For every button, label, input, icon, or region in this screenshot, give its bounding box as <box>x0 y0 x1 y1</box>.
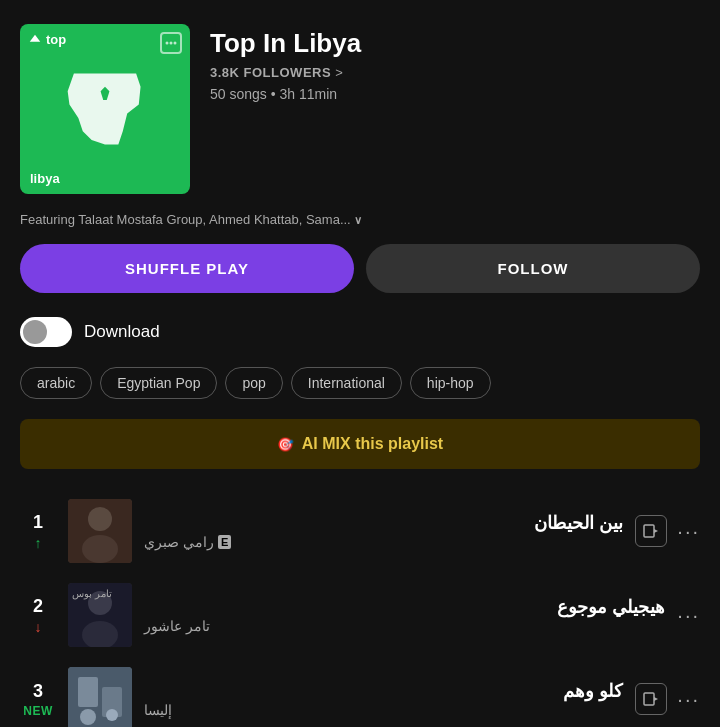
more-chevron: ∨ <box>354 214 362 226</box>
track-thumbnail <box>68 499 132 563</box>
track-artist: إليسا <box>144 702 623 718</box>
svg-point-3 <box>174 42 177 45</box>
svg-marker-0 <box>30 34 41 41</box>
track-number-col: 1 ↑ <box>20 512 56 551</box>
track-number-col: 2 ↓ <box>20 596 56 635</box>
tag-international[interactable]: International <box>291 367 402 399</box>
ai-mix-label: AI MIX this playlist <box>302 435 443 453</box>
svg-rect-7 <box>644 525 654 537</box>
svg-point-5 <box>88 507 112 531</box>
track-thumbnail <box>68 667 132 727</box>
settings-icon[interactable] <box>160 32 182 54</box>
top-arrow-icon <box>28 33 42 47</box>
tag-pop[interactable]: pop <box>225 367 282 399</box>
track-thumbnail: تامر بوس <box>68 583 132 647</box>
ai-emoji-icon: 🎯 <box>277 437 294 452</box>
tag-arabic[interactable]: arabic <box>20 367 92 399</box>
track-actions: ··· <box>635 683 700 715</box>
featuring-names: Featuring Talaat Mostafa Group, Ahmed Kh… <box>20 212 351 227</box>
playlist-info: Top In Libya 3.8K FOLLOWERS > 50 songs •… <box>210 24 700 102</box>
video-icon[interactable] <box>635 515 667 547</box>
track-trend-down-icon: ↓ <box>35 619 42 635</box>
country-label: libya <box>30 171 60 186</box>
track-trend-new-icon: NEW <box>23 704 53 718</box>
duration-separator: • <box>271 86 280 102</box>
track-info: هيجيلي موجوع تامر عاشور <box>144 596 665 634</box>
svg-point-17 <box>106 709 118 721</box>
track-trend-up-icon: ↑ <box>35 535 42 551</box>
ai-mix-button[interactable]: 🎯 AI MIX this playlist <box>20 419 700 469</box>
svg-rect-13 <box>68 667 132 727</box>
track-item: 1 ↑ بين الحيطان E رامي صبري <box>10 489 710 573</box>
svg-point-2 <box>166 42 169 45</box>
svg-point-1 <box>170 42 173 45</box>
playlist-title: Top In Libya <box>210 28 700 59</box>
tag-hiphop[interactable]: hip-hop <box>410 367 491 399</box>
track-more-button[interactable]: ··· <box>677 688 700 711</box>
svg-text:تامر بوس: تامر بوس <box>72 588 112 600</box>
track-artist: E رامي صبري <box>144 534 623 550</box>
track-number: 1 <box>33 512 43 533</box>
video-icon[interactable] <box>635 683 667 715</box>
songs-count: 50 songs <box>210 86 267 102</box>
track-artist: تامر عاشور <box>144 618 665 634</box>
track-more-button[interactable]: ··· <box>677 520 700 543</box>
shuffle-play-button[interactable]: SHUFFLE PLAY <box>20 244 354 293</box>
songs-duration: 50 songs • 3h 11min <box>210 86 700 102</box>
track-number: 3 <box>33 681 43 702</box>
download-toggle[interactable] <box>20 317 72 347</box>
followers-count: 3.8K FOLLOWERS <box>210 65 331 80</box>
top-badge: top <box>28 32 66 47</box>
track-more-button[interactable]: ··· <box>677 604 700 627</box>
svg-rect-18 <box>644 693 654 705</box>
playlist-cover: top libya <box>20 24 190 194</box>
badge-label: top <box>46 32 66 47</box>
download-row: Download <box>0 313 720 367</box>
track-actions: ··· <box>635 515 700 547</box>
svg-rect-14 <box>78 677 98 707</box>
svg-point-16 <box>80 709 96 725</box>
track-number-col: 3 NEW <box>20 681 56 718</box>
svg-point-6 <box>82 535 118 563</box>
track-info: بين الحيطان E رامي صبري <box>144 512 623 550</box>
track-number: 2 <box>33 596 43 617</box>
track-info: كلو وهم إليسا <box>144 680 623 718</box>
tracks-list: 1 ↑ بين الحيطان E رامي صبري <box>0 489 720 727</box>
follow-button[interactable]: FOLLOW <box>366 244 700 293</box>
track-actions: ··· <box>677 604 700 627</box>
track-title: بين الحيطان <box>144 512 623 534</box>
explicit-badge: E <box>218 535 231 549</box>
download-label: Download <box>84 322 160 342</box>
track-title: كلو وهم <box>144 680 623 702</box>
featuring-section: Featuring Talaat Mostafa Group, Ahmed Kh… <box>0 210 720 244</box>
followers-chevron: > <box>335 65 343 80</box>
map-silhouette <box>60 69 150 149</box>
header-section: top libya Top In Libya 3.8K FOLLOWERS > … <box>0 0 720 210</box>
track-title: هيجيلي موجوع <box>144 596 665 618</box>
action-buttons: SHUFFLE PLAY FOLLOW <box>0 244 720 313</box>
more-link[interactable]: ∨ <box>354 212 362 227</box>
followers-row[interactable]: 3.8K FOLLOWERS > <box>210 65 700 80</box>
track-item: 2 ↓ تامر بوس هيجيلي موجوع تامر عاشور ··· <box>10 573 710 657</box>
track-item: 3 NEW كلو وهم إليسا ··· <box>10 657 710 727</box>
svg-marker-8 <box>654 529 658 533</box>
svg-marker-19 <box>654 697 658 701</box>
duration-text: 3h 11min <box>280 86 338 102</box>
tag-egyptian-pop[interactable]: Egyptian Pop <box>100 367 217 399</box>
tags-row: arabic Egyptian Pop pop International hi… <box>0 367 720 419</box>
featuring-text: Featuring Talaat Mostafa Group, Ahmed Kh… <box>20 212 362 227</box>
